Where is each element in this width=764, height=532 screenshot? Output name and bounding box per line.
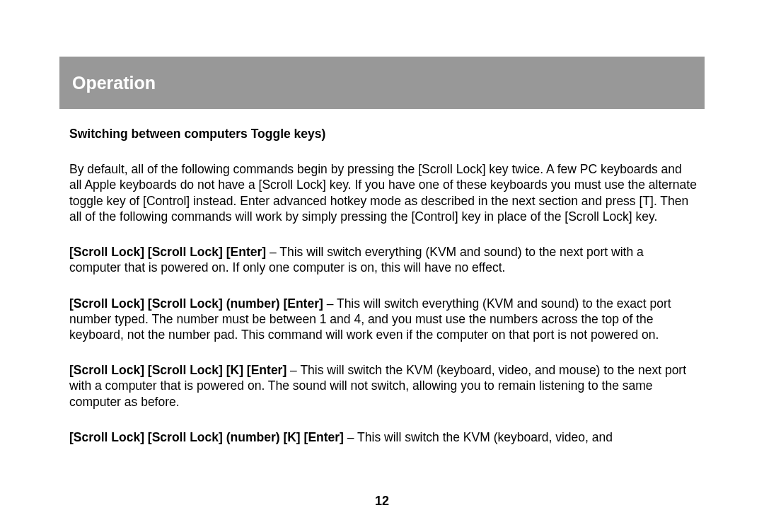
document-page: Operation Switching between computers To… (0, 0, 764, 532)
body-content: Switching between computers Toggle keys)… (69, 126, 698, 465)
command-description: – This will switch the KVM (keyboard, vi… (344, 430, 613, 444)
command-label: [Scroll Lock] [Scroll Lock] (number) [En… (69, 296, 323, 311)
command-item: [Scroll Lock] [Scroll Lock] [K] [Enter] … (69, 362, 698, 410)
subheading: Switching between computers Toggle keys) (69, 126, 698, 141)
command-item: [Scroll Lock] [Scroll Lock] [Enter] – Th… (69, 244, 698, 275)
section-header-bar: Operation (59, 57, 705, 109)
command-item: [Scroll Lock] [Scroll Lock] (number) [En… (69, 296, 698, 343)
intro-paragraph: By default, all of the following command… (69, 161, 698, 224)
command-label: [Scroll Lock] [Scroll Lock] (number) [K]… (69, 430, 344, 444)
section-title: Operation (72, 73, 156, 93)
command-label: [Scroll Lock] [Scroll Lock] [Enter] (69, 245, 266, 259)
command-item: [Scroll Lock] [Scroll Lock] (number) [K]… (69, 429, 698, 445)
page-number: 12 (0, 494, 764, 509)
command-label: [Scroll Lock] [Scroll Lock] [K] [Enter] (69, 363, 286, 377)
